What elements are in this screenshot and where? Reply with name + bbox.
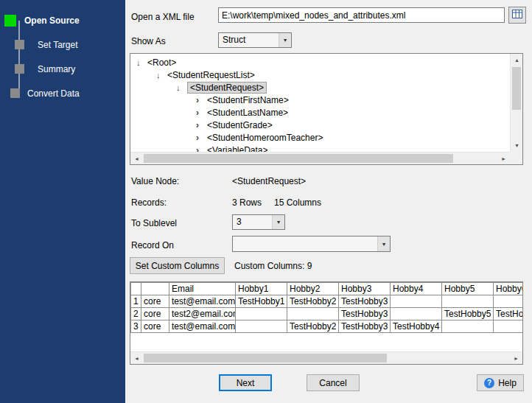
table-cell[interactable] xyxy=(236,308,287,320)
records-rows-value: 3 Rows xyxy=(232,197,262,208)
table-cell[interactable]: TestHobby2 xyxy=(287,295,339,308)
xml-file-path-input[interactable] xyxy=(218,7,505,23)
table-cell[interactable] xyxy=(494,320,524,333)
tree-node-label[interactable]: <VariableData> xyxy=(207,145,268,152)
tree-node-label[interactable]: <StudentRequestList> xyxy=(167,70,255,80)
table-cell[interactable]: test@email.com xyxy=(169,320,236,333)
table-cell[interactable]: TestHobby3 xyxy=(339,308,391,320)
expanded-node-icon[interactable] xyxy=(176,82,187,94)
scroll-down-icon[interactable]: ▼ xyxy=(511,139,523,152)
table-cell[interactable] xyxy=(494,295,524,308)
column-header: Hobby4 xyxy=(391,283,442,295)
table-cell[interactable]: TestHobby5 xyxy=(442,308,494,320)
tree-node-student-request[interactable]: <StudentRequest> xyxy=(130,82,510,94)
expanded-node-icon[interactable] xyxy=(136,57,147,69)
table-row: 3 core test@email.com TestHobby2 TestHob… xyxy=(131,320,524,333)
tree-node-student-homeroom-teacher[interactable]: <StudentHomeroomTeacher> xyxy=(130,132,510,144)
tree-node-student-first-name[interactable]: <StudentFirstName> xyxy=(130,94,510,107)
tree-vertical-scrollbar[interactable]: ▲ ▼ xyxy=(510,54,522,152)
table-cell[interactable]: TestHobby2 xyxy=(287,320,339,333)
scrollbar-corner xyxy=(510,152,522,164)
tree-node-variable-data[interactable]: <VariableData> xyxy=(130,144,510,152)
step-marker-active-icon xyxy=(4,15,16,27)
tree-node-root[interactable]: <Root> xyxy=(130,57,510,69)
sidebar-item-set-target[interactable]: Set Target xyxy=(38,39,77,51)
set-custom-columns-button[interactable]: Set Custom Columns xyxy=(130,257,225,274)
browse-file-button[interactable] xyxy=(508,7,526,24)
wizard-connector-line xyxy=(18,21,20,94)
tree-node-label[interactable]: <StudentLastName> xyxy=(207,108,288,118)
wizard-sidebar: Open Source Set Target Summary Convert D… xyxy=(0,0,125,403)
step-marker-icon xyxy=(15,40,24,49)
chevron-down-icon[interactable] xyxy=(272,215,284,229)
cancel-button[interactable]: Cancel xyxy=(307,374,360,391)
to-sublevel-selected-value: 3 xyxy=(237,217,242,227)
records-columns-value: 15 Columns xyxy=(274,197,321,208)
tree-node-label-selected[interactable]: <StudentRequest> xyxy=(187,82,267,94)
table-cell[interactable]: TestHobby1 xyxy=(236,295,287,308)
tree-node-student-last-name[interactable]: <StudentLastName> xyxy=(130,107,510,119)
vertical-scroll-thumb[interactable] xyxy=(512,67,521,110)
grid-horizontal-scrollbar[interactable]: ◄ ► xyxy=(130,351,522,364)
next-button[interactable]: Next xyxy=(219,374,272,391)
sidebar-item-convert-data[interactable]: Convert Data xyxy=(27,88,80,99)
row-number-cell[interactable]: 2 xyxy=(131,308,141,320)
table-cell[interactable] xyxy=(442,320,494,333)
tree-node-label[interactable]: <Root> xyxy=(147,57,176,68)
table-cell[interactable]: TestHobby3 xyxy=(339,295,391,308)
table-cell[interactable] xyxy=(287,308,339,320)
table-cell[interactable] xyxy=(391,308,442,320)
chevron-down-icon[interactable] xyxy=(279,33,291,47)
expanded-node-icon[interactable] xyxy=(156,69,167,82)
show-as-selected-value: Struct xyxy=(223,35,245,45)
table-cell[interactable]: TestHobby3 xyxy=(339,320,391,333)
tree-node-label[interactable]: <StudentFirstName> xyxy=(207,95,289,105)
table-cell[interactable]: core xyxy=(141,295,169,308)
tree-node-student-request-list[interactable]: <StudentRequestList> xyxy=(130,69,510,82)
tree-content: <Root> <StudentRequestList> <StudentRequ… xyxy=(130,54,510,152)
show-as-select[interactable]: Struct xyxy=(218,32,292,48)
column-header: Hobby1 xyxy=(236,283,287,295)
tree-node-label[interactable]: <StudentHomeroomTeacher> xyxy=(207,133,323,143)
table-cell[interactable]: TestHobby6 xyxy=(494,308,524,320)
row-number-cell[interactable]: 1 xyxy=(131,295,141,308)
table-row: 1 core test@email.com TestHobby1 TestHob… xyxy=(131,295,524,308)
table-cell[interactable] xyxy=(391,295,442,308)
table-cell[interactable]: core xyxy=(141,320,169,333)
table-cell[interactable] xyxy=(236,320,287,333)
chevron-down-icon[interactable] xyxy=(377,236,390,251)
help-button[interactable]: Help xyxy=(477,374,524,391)
show-as-label: Show As xyxy=(131,36,166,46)
custom-columns-count: Custom Columns: 9 xyxy=(234,261,312,271)
table-cell[interactable]: TestHobby4 xyxy=(391,320,442,333)
help-button-label: Help xyxy=(498,378,517,388)
sidebar-item-summary[interactable]: Summary xyxy=(38,63,75,75)
table-row: 2 core test2@email.com TestHobby3 TestHo… xyxy=(131,308,524,320)
leaf-node-icon xyxy=(196,119,207,132)
column-header xyxy=(141,283,169,295)
tree-node-student-grade[interactable]: <StudentGrade> xyxy=(130,119,510,132)
table-grid-icon xyxy=(512,10,522,21)
tree-node-label[interactable]: <StudentGrade> xyxy=(207,120,273,130)
xml-structure-tree: <Root> <StudentRequestList> <StudentRequ… xyxy=(130,53,523,165)
scroll-left-icon[interactable]: ◄ xyxy=(130,352,143,365)
step-marker-icon xyxy=(15,64,24,74)
xml-converter-window: Open Source Set Target Summary Convert D… xyxy=(0,0,532,403)
table-cell[interactable]: test2@email.com xyxy=(169,308,236,320)
scroll-left-icon[interactable]: ◄ xyxy=(130,153,143,165)
scroll-up-icon[interactable]: ▲ xyxy=(511,54,523,66)
sidebar-item-open-source[interactable]: Open Source xyxy=(24,15,80,27)
to-sublevel-select[interactable]: 3 xyxy=(232,214,285,230)
column-header: Hobby6 xyxy=(494,283,524,295)
row-number-cell[interactable]: 3 xyxy=(131,320,141,333)
table-cell[interactable] xyxy=(442,295,494,308)
tree-horizontal-scrollbar[interactable]: ◄ ► xyxy=(130,152,510,164)
horizontal-scroll-thumb[interactable] xyxy=(144,154,453,163)
scroll-right-icon[interactable]: ► xyxy=(497,153,510,165)
table-cell[interactable]: test@email.com xyxy=(169,295,236,308)
horizontal-scroll-thumb[interactable] xyxy=(144,354,387,362)
scroll-right-icon[interactable]: ► xyxy=(510,352,522,365)
table-cell[interactable]: core xyxy=(141,308,169,320)
record-on-select[interactable] xyxy=(232,236,391,252)
help-question-icon xyxy=(484,378,494,388)
